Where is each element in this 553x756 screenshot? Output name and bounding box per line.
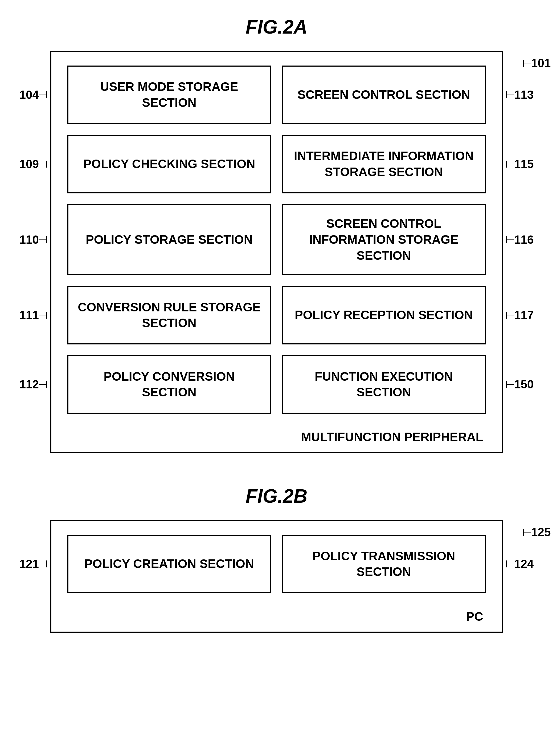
intermediate-information-storage-section: INTERMEDIATE INFORMATION STORAGE SECTION — [282, 135, 486, 193]
row-2: 109 115 POLICY CHECKING SECTION INTERMED… — [67, 135, 486, 193]
function-execution-section: FUNCTION EXECUTION SECTION — [282, 355, 486, 414]
label-110: 110 — [19, 233, 49, 247]
label-109: 109 — [19, 157, 49, 171]
policy-reception-section: POLICY RECEPTION SECTION — [282, 286, 486, 344]
multifunction-peripheral-label: MULTIFUNCTION PERIPHERAL — [67, 424, 486, 452]
label-150-right: 150 — [504, 378, 534, 391]
fig2b-outer-label: 125 — [521, 526, 551, 539]
conversion-rule-storage-section: CONVERSION RULE STORAGE SECTION — [67, 286, 271, 344]
policy-storage-section: POLICY STORAGE SECTION — [67, 204, 271, 275]
policy-checking-section: POLICY CHECKING SECTION — [67, 135, 271, 193]
fig2b-row-1: 121 124 POLICY CREATION SECTION POLICY T… — [67, 535, 486, 593]
screen-control-information-storage-section: SCREEN CONTROL INFORMATION STORAGE SECTI… — [282, 204, 486, 275]
screen-control-section: SCREEN CONTROL SECTION — [282, 66, 486, 124]
row-3: 110 116 POLICY STORAGE SECTION SCREEN CO… — [67, 204, 486, 275]
row-1: 104 113 USER MODE STORAGE SECTION SCREEN… — [67, 66, 486, 124]
label-117-right: 117 — [504, 308, 534, 322]
user-mode-storage-section: USER MODE STORAGE SECTION — [67, 66, 271, 124]
fig2a-title: FIG.2A — [245, 16, 307, 38]
policy-creation-section: POLICY CREATION SECTION — [67, 535, 271, 593]
label-111: 111 — [19, 308, 49, 322]
policy-transmission-section: POLICY TRANSMISSION SECTION — [282, 535, 486, 593]
row-5: 112 150 POLICY CONVERSION SECTION FUNCTI… — [67, 355, 486, 414]
row-4: 111 117 CONVERSION RULE STORAGE SECTION … — [67, 286, 486, 344]
fig2b-title: FIG.2B — [245, 485, 307, 507]
label-124-right: 124 — [504, 557, 534, 570]
label-121: 121 — [19, 557, 49, 570]
fig2a-outer-label: 101 — [521, 57, 551, 70]
label-115-right: 115 — [504, 157, 534, 171]
policy-conversion-section: POLICY CONVERSION SECTION — [67, 355, 271, 414]
pc-label: PC — [67, 604, 486, 632]
label-116-right: 116 — [504, 233, 534, 247]
label-112: 112 — [19, 378, 49, 391]
label-104: 104 — [19, 88, 49, 101]
label-113-right: 113 — [504, 88, 534, 101]
